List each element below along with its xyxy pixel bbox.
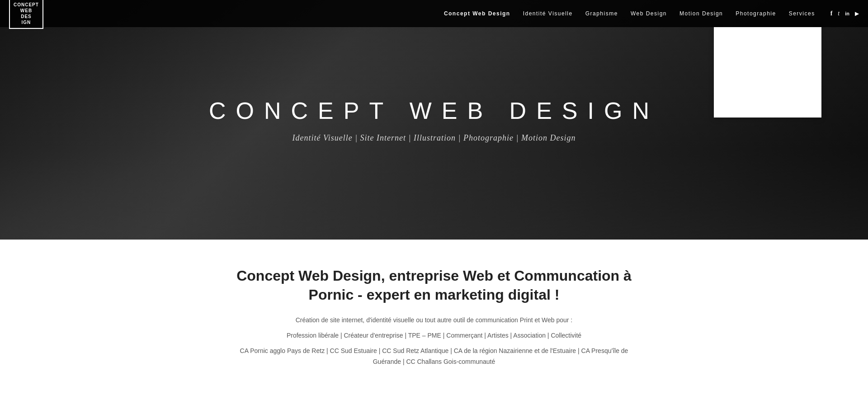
nav-item-services[interactable]: Services Animation réseaux sociaux Forma…: [783, 0, 821, 27]
dropdown-item-animation[interactable]: Animation réseaux sociaux: [714, 32, 821, 59]
nav-item-graphisme[interactable]: Graphisme: [579, 0, 624, 27]
navbar: CONCEPT WEB DES IGN Concept Web Design I…: [0, 0, 868, 27]
intro-section: Concept Web Design, entreprise Web et Co…: [217, 240, 651, 390]
youtube-link[interactable]: ▶: [855, 10, 859, 17]
nav-menu: Concept Web Design Identité Visuelle Gra…: [438, 0, 821, 27]
dropdown-item-tarifs[interactable]: Tarifs*: [714, 86, 821, 113]
hero-content: CONCEPT WEB DESIGN Identité Visuelle | S…: [209, 97, 659, 143]
nav-item-concept-web-design[interactable]: Concept Web Design: [438, 0, 517, 27]
main-paragraph-1: Création de site internet, d'identité vi…: [226, 315, 642, 326]
nav-item-identite-visuelle[interactable]: Identité Visuelle: [517, 0, 579, 27]
hero-subtitle: Identité Visuelle | Site Internet | Illu…: [209, 133, 659, 143]
twitter-link[interactable]: t: [838, 10, 840, 17]
dropdown-item-formation[interactable]: Formation ou accompagnement: [714, 59, 821, 86]
services-dropdown: Animation réseaux sociaux Formation ou a…: [714, 27, 821, 118]
hero-title: CONCEPT WEB DESIGN: [209, 97, 659, 124]
main-heading: Concept Web Design, entreprise Web et Co…: [226, 267, 642, 304]
nav-item-web-design[interactable]: Web Design: [624, 0, 673, 27]
main-content: Concept Web Design, entreprise Web et Co…: [0, 240, 868, 390]
linkedin-link[interactable]: in: [845, 11, 849, 16]
social-links: f t in ▶: [830, 10, 859, 17]
nav-item-photographie[interactable]: Photographie: [729, 0, 782, 27]
main-paragraph-2: Profession libérale | Créateur d'entrepr…: [226, 330, 642, 341]
facebook-link[interactable]: f: [830, 10, 833, 17]
site-logo[interactable]: CONCEPT WEB DES IGN: [9, 0, 43, 29]
nav-item-motion-design[interactable]: Motion Design: [673, 0, 729, 27]
main-paragraph-3: CA Pornic agglo Pays de Retz | CC Sud Es…: [226, 346, 642, 367]
